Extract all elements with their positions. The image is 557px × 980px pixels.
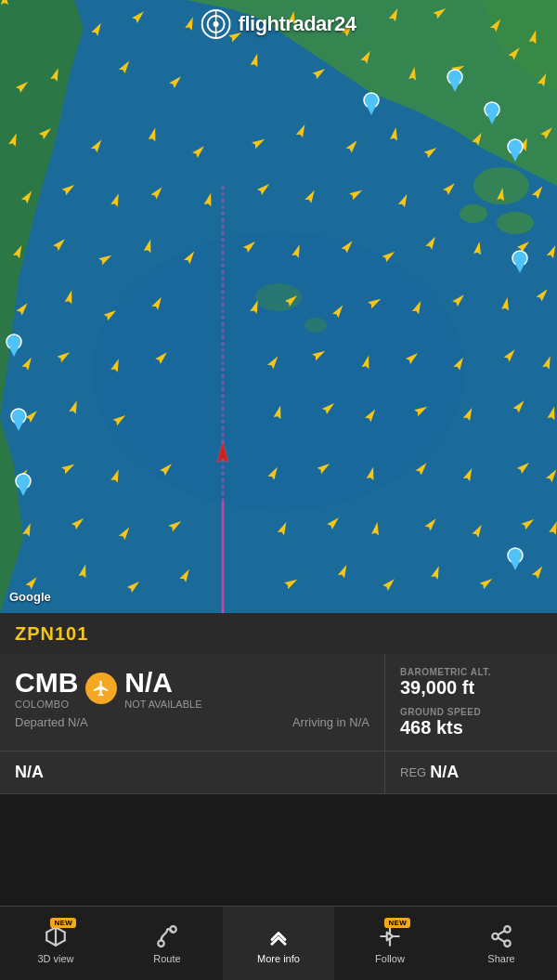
nav-item-more-info[interactable]: More info — [223, 907, 334, 980]
chevron-up-icon — [266, 923, 291, 949]
new-badge-follow: NEW — [384, 918, 410, 928]
svg-point-148 — [11, 409, 26, 424]
barometric-alt-stat: BAROMETRIC ALT. 39,000 ft — [400, 667, 542, 698]
svg-point-150 — [16, 474, 31, 489]
flightradar-logo-icon — [201, 9, 231, 39]
aircraft-section: N/A — [0, 751, 385, 793]
origin-city: COLOMBO — [15, 699, 78, 710]
departure-time: Departed N/A — [15, 715, 88, 729]
route-stats-row: CMB COLOMBO N/A NOT AVAILABLE Departed N… — [0, 654, 557, 751]
app-title: flightradar24 — [239, 12, 356, 36]
nav-item-3d-view[interactable]: NEW 3D view — [0, 907, 111, 980]
arrival-time: Arriving in N/A — [292, 715, 369, 729]
reg-value: N/A — [430, 763, 459, 782]
plane-indicator — [85, 673, 117, 704]
svg-point-142 — [364, 93, 379, 108]
svg-line-167 — [498, 937, 504, 941]
svg-point-146 — [6, 334, 21, 349]
destination-label: NOT AVAILABLE — [124, 699, 201, 710]
follow-icon: NEW — [377, 923, 403, 949]
plane-icon — [92, 679, 110, 698]
flight-info-panel: CMB COLOMBO N/A NOT AVAILABLE Departed N… — [0, 654, 557, 794]
nav-item-share[interactable]: Share — [446, 907, 557, 980]
svg-point-2 — [460, 204, 487, 223]
svg-point-3 — [497, 212, 534, 234]
aircraft-value: N/A — [15, 763, 44, 782]
flight-id-bar: ZPN101 — [0, 613, 557, 654]
barometric-alt-value: 39,000 ft — [400, 677, 542, 698]
nav-item-follow[interactable]: NEW Follow — [334, 907, 446, 980]
origin-iata: CMB — [15, 667, 78, 699]
origin-info: CMB COLOMBO — [15, 667, 78, 710]
app-header: flightradar24 — [201, 9, 356, 39]
airport-info: CMB COLOMBO N/A NOT AVAILABLE — [15, 667, 369, 710]
stats-section: BAROMETRIC ALT. 39,000 ft GROUND SPEED 4… — [385, 654, 557, 751]
route-section: CMB COLOMBO N/A NOT AVAILABLE Departed N… — [0, 654, 385, 751]
nav-item-route[interactable]: Route — [111, 907, 223, 980]
ground-speed-label: GROUND SPEED — [400, 707, 542, 717]
svg-point-144 — [512, 251, 527, 266]
ground-speed-value: 468 kts — [400, 717, 542, 738]
cube-icon: NEW — [43, 923, 69, 949]
nav-label-follow: Follow — [375, 953, 405, 964]
destination-iata: N/A — [124, 667, 201, 699]
svg-marker-163 — [387, 932, 394, 940]
route-icon — [154, 923, 180, 949]
ground-speed-stat: GROUND SPEED 468 kts — [400, 707, 542, 738]
svg-line-168 — [498, 931, 504, 934]
reg-section: REG N/A — [385, 751, 557, 793]
google-attribution: Google — [9, 590, 51, 604]
times-section: Departed N/A Arriving in N/A — [15, 715, 369, 729]
new-badge-3d: NEW — [50, 918, 76, 928]
svg-point-152 — [508, 548, 523, 563]
flight-id: ZPN101 — [15, 623, 88, 645]
share-icon — [488, 923, 514, 949]
svg-point-136 — [447, 70, 462, 85]
nav-label-share: Share — [487, 953, 514, 964]
bottom-navigation: NEW 3D view Route — [0, 906, 557, 980]
nav-label-route: Route — [153, 953, 180, 964]
map-area[interactable]: flightradar24 Google — [0, 0, 557, 613]
reg-label: REG — [400, 765, 426, 779]
nav-label-more-info: More info — [257, 953, 300, 964]
barometric-alt-label: BAROMETRIC ALT. — [400, 667, 542, 677]
svg-point-138 — [485, 102, 499, 117]
svg-point-6 — [93, 232, 464, 511]
nav-label-3d-view: 3D view — [37, 953, 73, 964]
destination-info: N/A NOT AVAILABLE — [124, 667, 201, 710]
svg-point-140 — [508, 139, 523, 154]
secondary-info-row: N/A REG N/A — [0, 751, 557, 794]
